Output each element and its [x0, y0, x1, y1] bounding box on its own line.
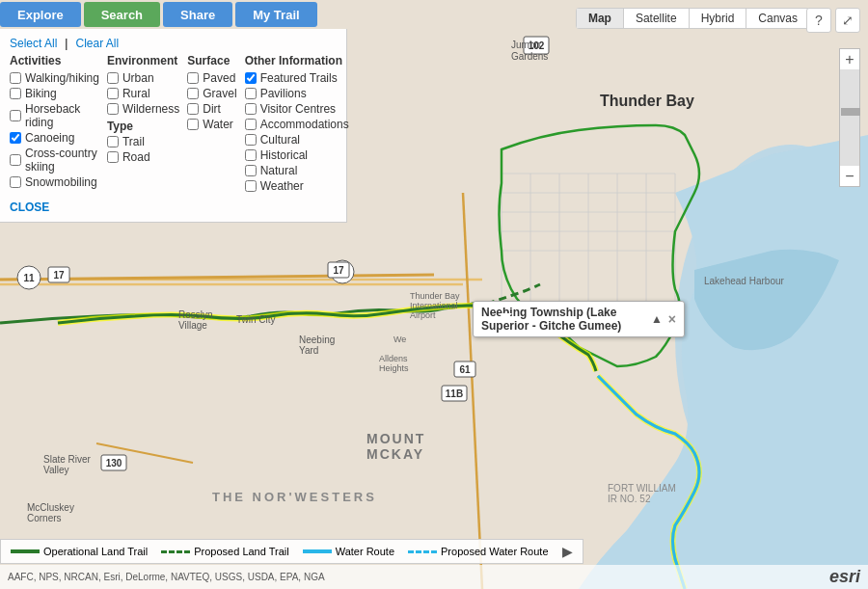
svg-text:Lakehead Harbour: Lakehead Harbour [704, 276, 785, 286]
svg-text:Valley: Valley [43, 465, 69, 475]
cultural-checkbox[interactable] [245, 134, 257, 146]
other-header: Other Information [245, 54, 349, 67]
filter-historical: Historical [245, 148, 349, 162]
filter-horseback: Horseback riding [10, 102, 99, 129]
svg-text:11: 11 [23, 273, 35, 283]
attribution-text: AAFC, NPS, NRCAN, Esri, DeLorme, NAVTEQ,… [8, 572, 325, 582]
zoom-slider-track[interactable] [839, 69, 860, 166]
close-panel-button[interactable]: CLOSE [10, 201, 49, 214]
environment-header: Environment [107, 54, 179, 67]
select-all-link[interactable]: Select All [10, 37, 57, 50]
dirt-checkbox[interactable] [187, 103, 199, 115]
featured-label: Featured Trails [260, 71, 338, 85]
help-button[interactable]: ? [806, 8, 831, 33]
wilderness-checkbox[interactable] [107, 103, 119, 115]
filter-road: Road [107, 150, 179, 164]
svg-text:We: We [393, 335, 406, 344]
filter-gravel: Gravel [187, 87, 236, 100]
separator: | [65, 37, 68, 50]
map-type-satellite[interactable]: Satellite [624, 9, 690, 28]
featured-checkbox[interactable] [245, 72, 257, 84]
filter-weather: Weather [245, 179, 349, 193]
legend-expand-btn[interactable]: ▶ [562, 544, 573, 559]
select-clear-row: Select All | Clear All [10, 33, 337, 54]
clear-all-link[interactable]: Clear All [75, 37, 119, 50]
environment-column: Environment Urban Rural Wilderness Type [107, 54, 179, 195]
map-type-canvas[interactable]: Canvas [746, 9, 809, 28]
svg-text:61: 61 [459, 364, 471, 375]
svg-text:McCluskey: McCluskey [27, 502, 74, 513]
type-header: Type [107, 120, 179, 133]
map-type-map[interactable]: Map [577, 9, 624, 28]
filter-wilderness: Wilderness [107, 102, 179, 116]
surface-header: Surface [187, 54, 236, 67]
filter-cultural: Cultural [245, 133, 349, 147]
canoeing-checkbox[interactable] [10, 132, 21, 144]
map-container[interactable]: 102 11 11 17 17 61 11B 130 Thunder Bay J… [0, 0, 868, 589]
legend-water-route: Water Route [303, 546, 394, 557]
other-column: Other Information Featured Trails Pavili… [245, 54, 349, 195]
svg-text:MOUNT: MOUNT [366, 431, 425, 446]
popup-expand-icon[interactable]: ▲ [651, 312, 663, 326]
rural-checkbox[interactable] [107, 88, 119, 99]
svg-text:130: 130 [106, 458, 122, 469]
svg-text:MCKAY: MCKAY [366, 446, 424, 462]
svg-text:Slate River: Slate River [43, 454, 92, 465]
svg-text:Thunder Bay: Thunder Bay [600, 93, 694, 109]
water-checkbox[interactable] [187, 119, 199, 130]
legend-proposed-water-label: Proposed Water Route [441, 546, 548, 557]
svg-text:Heights: Heights [379, 363, 409, 373]
filter-columns: Activities Walking/hiking Biking Horseba… [10, 54, 337, 195]
legend-line-dashed-green [161, 550, 190, 553]
popup-close-button[interactable]: × [668, 311, 676, 327]
urban-checkbox[interactable] [107, 72, 119, 84]
trail-checkbox[interactable] [107, 136, 119, 147]
svg-text:Alldens: Alldens [379, 354, 408, 363]
filter-dirt: Dirt [187, 102, 236, 116]
visitor-checkbox[interactable] [245, 103, 257, 115]
road-label: Road [122, 150, 150, 164]
trail-label: Trail [122, 135, 145, 148]
zoom-slider-thumb[interactable] [841, 108, 860, 116]
map-controls-right: ? ⤢ [806, 8, 860, 33]
weather-label: Weather [260, 179, 304, 193]
crosscountry-checkbox[interactable] [10, 154, 21, 166]
svg-text:Thunder Bay: Thunder Bay [410, 291, 460, 301]
filter-water: Water [187, 118, 236, 131]
biking-checkbox[interactable] [10, 88, 21, 99]
filter-urban: Urban [107, 71, 179, 85]
walking-checkbox[interactable] [10, 72, 21, 84]
wilderness-label: Wilderness [122, 102, 179, 116]
paved-checkbox[interactable] [187, 72, 199, 84]
natural-checkbox[interactable] [245, 165, 257, 176]
svg-text:IR NO. 52: IR NO. 52 [608, 494, 651, 504]
map-type-hybrid[interactable]: Hybrid [690, 9, 747, 28]
share-button[interactable]: Share [163, 2, 232, 27]
road-checkbox[interactable] [107, 151, 119, 163]
mytrail-button[interactable]: My Trail [235, 2, 316, 27]
horseback-checkbox[interactable] [10, 110, 21, 121]
weather-checkbox[interactable] [245, 180, 257, 192]
visitor-label: Visitor Centres [260, 102, 336, 116]
zoom-in-button[interactable]: + [839, 48, 860, 69]
zoom-out-button[interactable]: − [839, 166, 860, 187]
legend-line-dashed-blue [408, 550, 437, 553]
legend-proposed-water: Proposed Water Route [408, 546, 548, 557]
type-section: Type Trail Road [107, 120, 179, 164]
legend-operational-land: Operational Land Trail [11, 546, 148, 557]
gravel-checkbox[interactable] [187, 88, 199, 99]
svg-text:THE NOR'WESTERS: THE NOR'WESTERS [212, 490, 377, 504]
svg-text:Yard: Yard [299, 345, 318, 356]
filter-snowmobiling: Snowmobiling [10, 175, 99, 189]
legend-bar: Operational Land Trail Proposed Land Tra… [0, 539, 583, 564]
svg-text:11B: 11B [446, 388, 463, 399]
snowmobiling-checkbox[interactable] [10, 176, 21, 188]
search-button[interactable]: Search [84, 2, 160, 27]
explore-button[interactable]: Explore [0, 2, 81, 27]
accommodations-checkbox[interactable] [245, 119, 257, 130]
dirt-label: Dirt [203, 102, 221, 116]
pavilions-checkbox[interactable] [245, 88, 257, 99]
svg-text:FORT WILLIAM: FORT WILLIAM [608, 483, 676, 494]
expand-button[interactable]: ⤢ [835, 8, 860, 33]
historical-checkbox[interactable] [245, 149, 257, 161]
